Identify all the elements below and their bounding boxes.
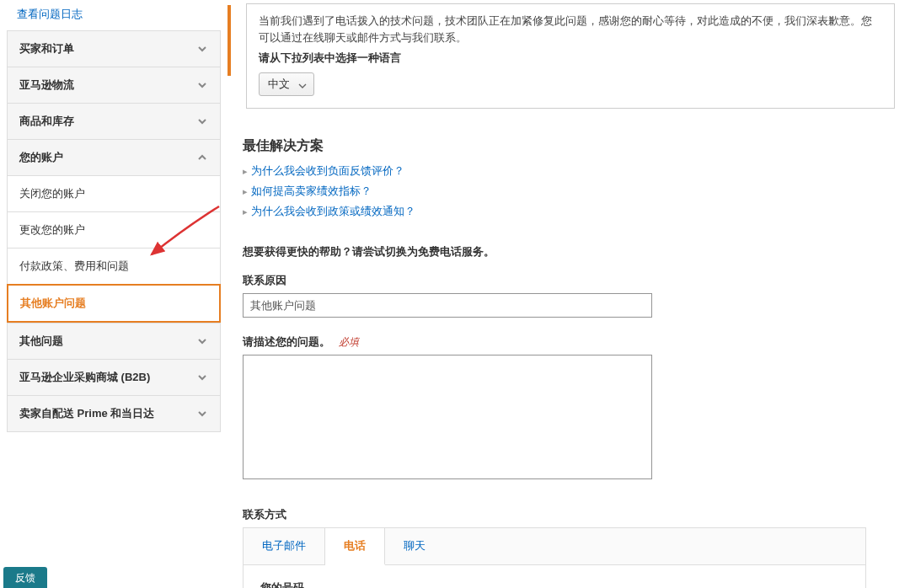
sidebar-item-your-account[interactable]: 您的账户: [7, 139, 221, 175]
triangle-right-icon: ▸: [243, 186, 248, 197]
notice-text: 当前我们遇到了电话拨入的技术问题，技术团队正在加紧修复此问题，感谢您的耐心等待，…: [259, 13, 882, 45]
sidebar-item-label: 亚马逊物流: [19, 78, 74, 93]
tab-phone[interactable]: 电话: [325, 528, 385, 565]
required-indicator: 必填: [339, 336, 359, 348]
language-select[interactable]: 中文: [259, 72, 314, 96]
faq-link-2[interactable]: ▸ 如何提高卖家绩效指标？: [243, 184, 895, 199]
describe-label: 请描述您的问题。: [243, 334, 330, 350]
tab-chat[interactable]: 聊天: [385, 528, 444, 564]
sidebar-sub-close-account[interactable]: 关闭您的账户: [7, 175, 221, 211]
faq-link-text: 为什么我会收到负面反馈评价？: [251, 163, 404, 179]
chevron-down-icon: [196, 372, 208, 383]
chevron-down-icon: [196, 43, 208, 55]
describe-textarea[interactable]: [243, 355, 652, 479]
sidebar-item-fba[interactable]: 亚马逊物流: [7, 67, 221, 103]
sidebar-item-seller-prime[interactable]: 卖家自配送 Prime 和当日达: [7, 395, 221, 432]
triangle-right-icon: ▸: [243, 166, 248, 177]
chevron-down-icon: [196, 79, 208, 91]
chevron-down-icon: [196, 408, 208, 420]
language-value: 中文: [268, 77, 290, 92]
tab-header: 电子邮件 电话 聊天: [244, 528, 865, 565]
sidebar-item-b2b[interactable]: 亚马逊企业采购商城 (B2B): [7, 359, 221, 395]
best-solutions-heading: 最佳解决方案: [243, 137, 895, 155]
tab-email[interactable]: 电子邮件: [244, 528, 325, 564]
phone-number-label: 您的号码: [260, 580, 848, 588]
faq-link-1[interactable]: ▸ 为什么我会收到负面反馈评价？: [243, 163, 895, 179]
tab-body-phone: 您的号码 美国 ✚ 影响您的整体业务的紧急问题。: [244, 565, 865, 588]
faq-link-text: 如何提高卖家绩效指标？: [251, 184, 372, 199]
main-content: 当前我们遇到了电话拨入的技术问题，技术团队正在加紧修复此问题，感谢您的耐心等待，…: [228, 0, 910, 588]
chevron-down-icon: [196, 335, 208, 347]
faq-link-text: 为什么我会收到政策或绩效通知？: [251, 204, 415, 219]
faq-link-3[interactable]: ▸ 为什么我会收到政策或绩效通知？: [243, 204, 895, 219]
contact-tabs: 电子邮件 电话 聊天 您的号码 美国 ✚ 影响您的整体业务的紧急问题。: [243, 527, 866, 588]
sidebar-item-label: 您的账户: [19, 150, 63, 165]
feedback-tab[interactable]: 反馈: [3, 567, 47, 588]
notice-accent-bar: [228, 5, 231, 76]
view-log-link[interactable]: 查看问题日志: [7, 0, 221, 30]
reason-label: 联系原因: [243, 273, 895, 288]
sidebar-item-label: 其他问题: [19, 334, 63, 349]
sidebar-item-label: 商品和库存: [19, 114, 74, 129]
triangle-right-icon: ▸: [243, 206, 248, 217]
sidebar-item-label: 卖家自配送 Prime 和当日达: [19, 406, 154, 421]
contact-method-label: 联系方式: [243, 507, 895, 522]
sidebar-item-label: 亚马逊企业采购商城 (B2B): [19, 370, 150, 385]
chevron-up-icon: [196, 152, 208, 163]
sidebar-item-other-issues[interactable]: 其他问题: [7, 323, 221, 359]
reason-input[interactable]: [243, 293, 652, 318]
sidebar-item-label: 买家和订单: [19, 41, 74, 56]
faster-help-text: 想要获得更快的帮助？请尝试切换为免费电话服务。: [243, 244, 895, 259]
sidebar: 查看问题日志 买家和订单 亚马逊物流 商品和库存 您的账户 关闭您的账户 更改您…: [0, 0, 228, 588]
sidebar-item-buyers-orders[interactable]: 买家和订单: [7, 30, 221, 67]
notice-box: 当前我们遇到了电话拨入的技术问题，技术团队正在加紧修复此问题，感谢您的耐心等待，…: [246, 3, 895, 109]
caret-down-icon: [298, 78, 307, 91]
sidebar-sub-other-account-issues[interactable]: 其他账户问题: [7, 284, 221, 323]
sidebar-sub-payment-policy[interactable]: 付款政策、费用和问题: [7, 248, 221, 284]
chevron-down-icon: [196, 115, 208, 127]
sidebar-item-products-inventory[interactable]: 商品和库存: [7, 103, 221, 139]
sidebar-sub-change-account[interactable]: 更改您的账户: [7, 211, 221, 248]
language-select-label: 请从下拉列表中选择一种语言: [259, 51, 882, 66]
